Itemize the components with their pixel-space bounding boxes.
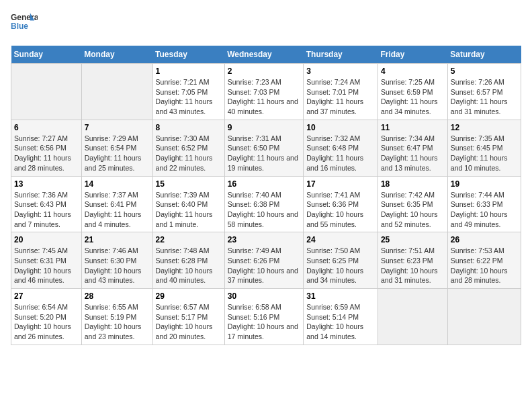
week-row-5: 27Sunrise: 6:54 AMSunset: 5:20 PMDayligh… (11, 289, 521, 345)
calendar-cell: 16Sunrise: 7:40 AMSunset: 6:38 PMDayligh… (224, 176, 304, 232)
calendar-cell: 10Sunrise: 7:32 AMSunset: 6:48 PMDayligh… (304, 120, 378, 176)
calendar-cell: 30Sunrise: 6:58 AMSunset: 5:16 PMDayligh… (224, 289, 304, 345)
day-number: 25 (381, 235, 445, 244)
day-number: 17 (306, 179, 375, 189)
col-header-saturday: Saturday (447, 46, 521, 64)
day-number: 16 (228, 179, 301, 189)
day-number: 20 (14, 235, 79, 244)
calendar-cell (81, 64, 152, 120)
day-detail: Sunrise: 7:50 AMSunset: 6:25 PMDaylight:… (306, 246, 375, 285)
calendar-cell: 7Sunrise: 7:29 AMSunset: 6:54 PMDaylight… (81, 120, 152, 176)
day-detail: Sunrise: 6:55 AMSunset: 5:19 PMDaylight:… (85, 302, 150, 342)
week-row-3: 13Sunrise: 7:36 AMSunset: 6:43 PMDayligh… (11, 176, 521, 232)
day-detail: Sunrise: 7:27 AMSunset: 6:56 PMDaylight:… (14, 134, 79, 173)
calendar-cell: 22Sunrise: 7:48 AMSunset: 6:28 PMDayligh… (152, 232, 224, 289)
calendar-cell: 20Sunrise: 7:45 AMSunset: 6:31 PMDayligh… (11, 232, 82, 289)
day-detail: Sunrise: 7:29 AMSunset: 6:54 PMDaylight:… (85, 134, 150, 173)
calendar-table: SundayMondayTuesdayWednesdayThursdayFrid… (11, 46, 521, 345)
day-number: 10 (306, 123, 375, 132)
day-number: 23 (228, 235, 301, 244)
svg-text:Blue: Blue (11, 21, 28, 31)
day-detail: Sunrise: 7:25 AMSunset: 6:59 PMDaylight:… (381, 77, 445, 117)
day-detail: Sunrise: 6:59 AMSunset: 5:14 PMDaylight:… (306, 302, 375, 342)
day-number: 4 (381, 66, 445, 76)
col-header-tuesday: Tuesday (152, 46, 224, 64)
calendar-cell (378, 289, 447, 345)
calendar-cell: 19Sunrise: 7:44 AMSunset: 6:33 PMDayligh… (447, 176, 521, 232)
calendar-cell: 12Sunrise: 7:35 AMSunset: 6:45 PMDayligh… (447, 120, 521, 176)
calendar-cell: 2Sunrise: 7:23 AMSunset: 7:03 PMDaylight… (224, 64, 304, 120)
day-detail: Sunrise: 7:48 AMSunset: 6:28 PMDaylight:… (156, 246, 222, 285)
day-detail: Sunrise: 7:30 AMSunset: 6:52 PMDaylight:… (156, 134, 222, 173)
day-detail: Sunrise: 7:23 AMSunset: 7:03 PMDaylight:… (228, 77, 301, 117)
day-number: 9 (228, 123, 301, 132)
day-number: 15 (156, 179, 222, 189)
calendar-cell: 4Sunrise: 7:25 AMSunset: 6:59 PMDaylight… (378, 64, 447, 120)
day-detail: Sunrise: 7:21 AMSunset: 7:05 PMDaylight:… (156, 77, 222, 117)
col-header-sunday: Sunday (11, 46, 82, 64)
calendar-cell: 28Sunrise: 6:55 AMSunset: 5:19 PMDayligh… (81, 289, 152, 345)
col-header-thursday: Thursday (304, 46, 378, 64)
svg-text:General: General (11, 13, 38, 22)
day-detail: Sunrise: 7:35 AMSunset: 6:45 PMDaylight:… (451, 134, 518, 173)
day-number: 3 (306, 66, 375, 76)
day-detail: Sunrise: 7:45 AMSunset: 6:31 PMDaylight:… (14, 246, 79, 285)
day-detail: Sunrise: 7:37 AMSunset: 6:41 PMDaylight:… (85, 190, 150, 230)
day-detail: Sunrise: 6:57 AMSunset: 5:17 PMDaylight:… (156, 302, 222, 342)
day-number: 13 (14, 179, 79, 189)
day-number: 29 (156, 291, 222, 301)
day-number: 31 (306, 291, 375, 301)
calendar-cell: 1Sunrise: 7:21 AMSunset: 7:05 PMDaylight… (152, 64, 224, 120)
calendar-cell: 9Sunrise: 7:31 AMSunset: 6:50 PMDaylight… (224, 120, 304, 176)
calendar-cell: 13Sunrise: 7:36 AMSunset: 6:43 PMDayligh… (11, 176, 82, 232)
day-detail: Sunrise: 7:32 AMSunset: 6:48 PMDaylight:… (306, 134, 375, 173)
logo: GeneralBlue (11, 11, 40, 38)
calendar-cell: 29Sunrise: 6:57 AMSunset: 5:17 PMDayligh… (152, 289, 224, 345)
calendar-cell: 24Sunrise: 7:50 AMSunset: 6:25 PMDayligh… (304, 232, 378, 289)
logo-icon: GeneralBlue (11, 11, 38, 38)
day-number: 19 (451, 179, 518, 189)
day-number: 30 (228, 291, 301, 301)
col-header-wednesday: Wednesday (224, 46, 304, 64)
week-row-4: 20Sunrise: 7:45 AMSunset: 6:31 PMDayligh… (11, 232, 521, 289)
calendar-cell: 18Sunrise: 7:42 AMSunset: 6:35 PMDayligh… (378, 176, 447, 232)
header-row: SundayMondayTuesdayWednesdayThursdayFrid… (11, 46, 521, 64)
day-detail: Sunrise: 7:39 AMSunset: 6:40 PMDaylight:… (156, 190, 222, 230)
day-detail: Sunrise: 7:44 AMSunset: 6:33 PMDaylight:… (451, 190, 518, 230)
calendar-cell (11, 64, 82, 120)
day-number: 5 (451, 66, 518, 76)
calendar-cell: 26Sunrise: 7:53 AMSunset: 6:22 PMDayligh… (447, 232, 521, 289)
day-number: 12 (451, 123, 518, 132)
day-number: 28 (85, 291, 150, 301)
calendar-cell: 6Sunrise: 7:27 AMSunset: 6:56 PMDaylight… (11, 120, 82, 176)
day-detail: Sunrise: 7:49 AMSunset: 6:26 PMDaylight:… (228, 246, 301, 285)
calendar-cell (447, 289, 521, 345)
day-number: 7 (85, 123, 150, 132)
day-detail: Sunrise: 7:41 AMSunset: 6:36 PMDaylight:… (306, 190, 375, 230)
day-detail: Sunrise: 7:34 AMSunset: 6:47 PMDaylight:… (381, 134, 445, 173)
day-number: 1 (156, 66, 222, 76)
week-row-2: 6Sunrise: 7:27 AMSunset: 6:56 PMDaylight… (11, 120, 521, 176)
calendar-cell: 11Sunrise: 7:34 AMSunset: 6:47 PMDayligh… (378, 120, 447, 176)
day-detail: Sunrise: 7:36 AMSunset: 6:43 PMDaylight:… (14, 190, 79, 230)
day-detail: Sunrise: 7:31 AMSunset: 6:50 PMDaylight:… (228, 134, 301, 173)
calendar-cell: 3Sunrise: 7:24 AMSunset: 7:01 PMDaylight… (304, 64, 378, 120)
day-detail: Sunrise: 7:51 AMSunset: 6:23 PMDaylight:… (381, 246, 445, 285)
page-header: GeneralBlue (11, 11, 521, 38)
col-header-friday: Friday (378, 46, 447, 64)
day-number: 27 (14, 291, 79, 301)
calendar-cell: 14Sunrise: 7:37 AMSunset: 6:41 PMDayligh… (81, 176, 152, 232)
day-number: 18 (381, 179, 445, 189)
day-number: 6 (14, 123, 79, 132)
day-number: 14 (85, 179, 150, 189)
week-row-1: 1Sunrise: 7:21 AMSunset: 7:05 PMDaylight… (11, 64, 521, 120)
day-detail: Sunrise: 6:54 AMSunset: 5:20 PMDaylight:… (14, 302, 79, 342)
day-detail: Sunrise: 7:46 AMSunset: 6:30 PMDaylight:… (85, 246, 150, 285)
day-number: 21 (85, 235, 150, 244)
calendar-cell: 15Sunrise: 7:39 AMSunset: 6:40 PMDayligh… (152, 176, 224, 232)
day-detail: Sunrise: 7:53 AMSunset: 6:22 PMDaylight:… (451, 246, 518, 285)
day-number: 22 (156, 235, 222, 244)
day-detail: Sunrise: 6:58 AMSunset: 5:16 PMDaylight:… (228, 302, 301, 342)
day-number: 26 (451, 235, 518, 244)
calendar-cell: 23Sunrise: 7:49 AMSunset: 6:26 PMDayligh… (224, 232, 304, 289)
